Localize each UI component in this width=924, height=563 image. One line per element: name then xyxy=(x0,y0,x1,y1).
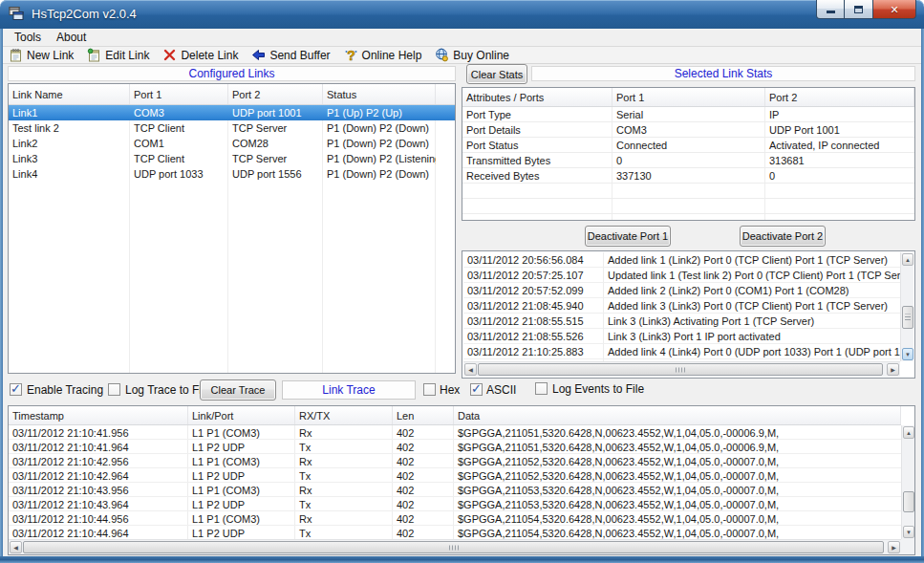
buy-online-button[interactable]: Buy Online xyxy=(435,47,509,64)
column-header-len[interactable]: Len xyxy=(393,406,454,424)
scrollbar-thumb[interactable] xyxy=(902,306,913,329)
edit-link-label: Edit Link xyxy=(105,49,149,62)
table-cell: UDP port 1033 xyxy=(130,166,228,182)
scroll-right-button[interactable]: ▶ xyxy=(888,541,900,553)
title-bar[interactable]: HsTcp2Com v2.0.4 ✕ xyxy=(0,0,924,29)
event-row[interactable]: 03/11/2012 20:56:56.084Added link 1 (Lin… xyxy=(463,252,900,268)
stat-row[interactable]: Port TypeSerialIP xyxy=(462,107,914,122)
enable-tracing-checkbox[interactable] xyxy=(10,383,22,396)
app-icon xyxy=(9,6,24,21)
maximize-button[interactable] xyxy=(845,0,872,19)
scrollbar-thumb[interactable] xyxy=(478,363,883,376)
clear-trace-button[interactable]: Clear Trace xyxy=(200,379,276,401)
event-log-vertical-scrollbar[interactable]: ▲ ▼ xyxy=(900,252,913,361)
clear-stats-button[interactable]: Clear Stats xyxy=(466,64,527,84)
trace-row[interactable]: 03/11/2012 21:10:43.964L1 P2 UDPTx402$GP… xyxy=(9,497,901,511)
log-events-to-file-checkbox[interactable] xyxy=(535,382,548,395)
table-cell: Tx xyxy=(295,497,393,511)
event-log-horizontal-scrollbar[interactable]: ◀ ▶ xyxy=(463,361,900,377)
trace-row[interactable]: 03/11/2012 21:10:41.964L1 P2 UDPTx402$GP… xyxy=(9,440,901,454)
send-buffer-icon xyxy=(251,48,266,62)
event-row[interactable]: 03/11/2012 21:08:55.515Link 3 (Link3) Ac… xyxy=(463,314,900,329)
minimize-button[interactable] xyxy=(816,0,845,19)
link-row[interactable]: Link3TCP ClientTCP ServerP1 (Down) P2 (L… xyxy=(9,151,455,166)
column-header-rxtx[interactable]: RX/TX xyxy=(295,406,393,424)
trace-row[interactable]: 03/11/2012 21:10:42.956L1 P1 (COM3)Rx402… xyxy=(9,454,901,468)
hex-label: Hex xyxy=(440,383,460,397)
delete-link-button[interactable]: Delete Link xyxy=(162,47,238,64)
scroll-left-button[interactable]: ◀ xyxy=(10,541,22,553)
menu-about[interactable]: About xyxy=(49,29,94,47)
link-row[interactable]: Link2COM1COM28P1 (Down) P2 (Down) xyxy=(9,136,455,151)
event-row[interactable]: 03/11/2012 21:08:55.526Link 3 (Link3) Po… xyxy=(463,329,900,344)
table-cell: 03/11/2012 21:08:55.526 xyxy=(463,329,604,344)
scroll-up-button[interactable]: ▲ xyxy=(903,426,914,439)
close-button[interactable]: ✕ xyxy=(872,0,916,19)
table-cell: Updated link 1 (Test link 2) Port 0 (TCP… xyxy=(604,268,900,283)
table-cell: 337130 xyxy=(612,168,765,184)
event-row[interactable]: 03/11/2012 20:57:52.099Added link 2 (Lin… xyxy=(463,283,900,298)
scroll-down-button[interactable]: ▼ xyxy=(902,348,913,360)
scrollbar-thumb[interactable] xyxy=(903,491,914,512)
event-row[interactable]: 03/11/2012 21:08:45.940Added link 3 (Lin… xyxy=(463,298,900,314)
online-help-button[interactable]: ? Online Help xyxy=(344,47,422,64)
table-cell: Link4 xyxy=(9,166,130,182)
stat-row[interactable]: Received Bytes3371300 xyxy=(462,168,914,184)
table-cell: Port Status xyxy=(462,138,612,153)
column-header-stats-port2[interactable]: Port 2 xyxy=(765,88,914,106)
column-header-status[interactable]: Status xyxy=(323,84,436,104)
column-header-timestamp[interactable]: Timestamp xyxy=(9,406,188,424)
table-cell: Tx xyxy=(295,440,393,454)
stat-row[interactable]: Port DetailsCOM3UDP Port 1001 xyxy=(462,122,914,138)
minimize-icon xyxy=(827,11,835,13)
scrollbar-thumb[interactable] xyxy=(23,541,884,553)
table-cell: 03/11/2012 20:57:25.107 xyxy=(463,268,604,283)
column-header-stats-port1[interactable]: Port 1 xyxy=(612,88,765,106)
scrollbar-corner xyxy=(901,539,914,554)
table-cell: 03/11/2012 21:10:44.964 xyxy=(9,526,188,539)
column-header-link-name[interactable]: Link Name xyxy=(9,84,130,104)
window-border-bottom xyxy=(0,556,924,563)
table-cell: COM1 xyxy=(130,136,228,151)
link-row[interactable]: Link4UDP port 1033UDP port 1556P1 (Down)… xyxy=(9,166,455,182)
trace-row[interactable]: 03/11/2012 21:10:44.956L1 P1 (COM3)Rx402… xyxy=(9,511,901,526)
log-trace-to-file-checkbox[interactable] xyxy=(108,383,120,396)
column-header-port2[interactable]: Port 2 xyxy=(228,84,323,104)
deactivate-port1-button[interactable]: Deactivate Port 1 xyxy=(585,226,671,247)
scroll-up-button[interactable]: ▲ xyxy=(902,253,913,266)
table-cell: IP xyxy=(765,107,914,122)
configured-links-rows: Link1COM3UDP port 1001P1 (Up) P2 (Up)Tes… xyxy=(9,105,455,373)
menu-tools[interactable]: Tools xyxy=(7,29,49,47)
column-header-link-port[interactable]: Link/Port xyxy=(188,406,295,424)
table-cell: 402 xyxy=(393,483,454,497)
link-row[interactable]: Test link 2TCP ClientTCP ServerP1 (Down)… xyxy=(9,120,455,136)
event-row[interactable]: 03/11/2012 21:10:25.883Added link 4 (Lin… xyxy=(463,344,900,359)
stat-row[interactable]: Transmitted Bytes0313681 xyxy=(462,153,914,168)
trace-row[interactable]: 03/11/2012 21:10:41.956L1 P1 (COM3)Rx402… xyxy=(9,425,901,440)
table-cell: L1 P2 UDP xyxy=(188,468,295,483)
event-log-list: 03/11/2012 20:56:56.084Added link 1 (Lin… xyxy=(462,250,915,379)
scroll-left-button[interactable]: ◀ xyxy=(464,363,477,376)
trace-row[interactable]: 03/11/2012 21:10:43.956L1 P1 (COM3)Rx402… xyxy=(9,483,901,497)
hex-checkbox[interactable] xyxy=(423,383,436,396)
stat-row[interactable]: Port StatusConnectedActivated, IP connec… xyxy=(462,138,914,153)
table-cell: P1 (Down) P2 (Down) xyxy=(323,166,436,182)
trace-vertical-scrollbar[interactable]: ▲ ▼ xyxy=(901,425,914,539)
trace-row[interactable]: 03/11/2012 21:10:42.964L1 P2 UDPTx402$GP… xyxy=(9,468,901,483)
scroll-right-button[interactable]: ▶ xyxy=(887,363,899,376)
send-buffer-button[interactable]: Send Buffer xyxy=(251,47,330,64)
trace-horizontal-scrollbar[interactable]: ◀ ▶ xyxy=(9,539,901,554)
log-trace-to-file-label: Log Trace to File xyxy=(125,383,210,397)
link-row[interactable]: Link1COM3UDP port 1001P1 (Up) P2 (Up) xyxy=(9,105,455,120)
deactivate-port2-button[interactable]: Deactivate Port 2 xyxy=(740,226,826,247)
event-row[interactable]: 03/11/2012 20:57:25.107Updated link 1 (T… xyxy=(463,268,900,283)
ascii-checkbox[interactable] xyxy=(470,383,483,396)
new-link-button[interactable]: New Link xyxy=(9,47,74,64)
trace-row[interactable]: 03/11/2012 21:10:44.964L1 P2 UDPTx402$GP… xyxy=(9,526,901,539)
edit-link-button[interactable]: Edit Link xyxy=(87,47,149,64)
column-header-data[interactable]: Data xyxy=(454,406,901,424)
scroll-down-button[interactable]: ▼ xyxy=(903,526,914,538)
column-header-attributes[interactable]: Attributes / Ports xyxy=(462,88,612,106)
column-header-port1[interactable]: Port 1 xyxy=(130,84,228,104)
table-cell: 03/11/2012 21:10:25.883 xyxy=(463,344,604,359)
